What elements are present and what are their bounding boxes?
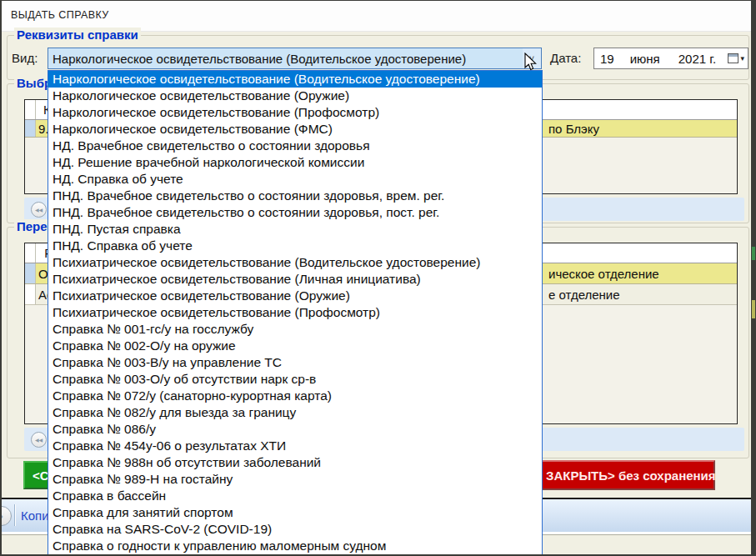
row-selector — [25, 284, 36, 304]
date-day[interactable]: 19 — [600, 52, 614, 66]
date-label: Дата: — [550, 51, 581, 65]
kind-dropdown-list[interactable]: Наркологическое освидетельствование (Вод… — [48, 70, 543, 555]
date-year[interactable]: 2021 г. — [678, 52, 716, 66]
background-app-speck — [752, 300, 755, 318]
dropdown-item[interactable]: НД. Врачебное свидетельство о состоянии … — [48, 138, 542, 154]
staff-group-label: Пере — [14, 219, 50, 233]
issue-certificate-dialog: { "window": { "title": "ВЫДАТЬ СПРАВКУ" … — [0, 0, 756, 556]
kind-combobox-value: Наркологическое освидетельствование (Вод… — [48, 52, 523, 66]
background-app-speck — [752, 247, 755, 260]
row-selector-header — [25, 100, 36, 119]
kind-label: Вид: — [12, 51, 38, 65]
expand-button[interactable]: › — [0, 506, 12, 526]
kind-combobox[interactable]: Наркологическое освидетельствование (Вод… — [48, 48, 542, 69]
dropdown-item[interactable]: Справка о годности к управлению маломерн… — [48, 538, 542, 554]
dropdown-item[interactable]: НД. Решение врачебной наркологической ко… — [48, 154, 542, 171]
date-month[interactable]: июня — [630, 52, 660, 66]
dropdown-item[interactable]: Психиатрическое освидетельствование (Ору… — [48, 288, 542, 304]
first-record-button[interactable]: ◀◀ — [31, 202, 47, 218]
window-border-left — [0, 0, 2, 556]
dropdown-item[interactable]: Наркологическое освидетельствование (Про… — [48, 104, 542, 121]
dropdown-item[interactable]: Справка № 072/у (санаторно-курортная кар… — [48, 388, 542, 404]
row-selector — [25, 120, 36, 137]
copy-link[interactable]: Копи — [21, 499, 49, 532]
dropdown-item[interactable]: Справка № 001-гс/у на госслужбу — [48, 321, 542, 338]
staff-dept-cell: ическое отделение — [548, 263, 659, 283]
dropdown-item[interactable]: Справка в бассейн — [48, 488, 542, 504]
window-border-top — [0, 0, 756, 1]
first-record-icon: ◀◀ — [35, 437, 43, 443]
dropdown-item[interactable]: Справка для занятий спортом — [48, 504, 542, 521]
dropdown-item[interactable]: Справка № 454у-06 о результатах ХТИ — [48, 438, 542, 454]
row-selector — [25, 263, 36, 283]
dropdown-item[interactable]: ПНД. Врачебное свидетельство о состоянии… — [48, 188, 542, 204]
dropdown-item[interactable]: Наркологическое освидетельствование (Ору… — [48, 88, 542, 104]
dropdown-item[interactable]: Справка № 003-В/у на управление ТС — [48, 354, 542, 371]
service-name-cell: по Блэку — [548, 120, 599, 137]
row-selector-header — [25, 243, 36, 263]
dropdown-item[interactable]: ПНД. Справка об учете — [48, 238, 542, 254]
dropdown-item[interactable]: НД. Справка об учете — [48, 171, 542, 188]
calendar-dropdown-button[interactable]: ▾ — [728, 53, 744, 63]
dropdown-item[interactable]: Справка № 988н об отсутствии заболеваний — [48, 454, 542, 471]
date-picker[interactable]: 19 июня 2021 г. ▾ — [593, 48, 748, 69]
calendar-icon — [728, 53, 738, 63]
dropdown-item[interactable]: Наркологическое освидетельствование (Вод… — [48, 71, 542, 88]
window-title: ВЫДАТЬ СПРАВКУ — [11, 9, 109, 21]
dropdown-item[interactable]: Справка № 086/у — [48, 421, 542, 438]
dropdown-item[interactable]: ПНД. Врачебное свидетельство о состоянии… — [48, 204, 542, 221]
first-record-icon: ◀◀ — [35, 207, 43, 213]
toolbar-separator — [14, 504, 15, 526]
close-without-saving-button[interactable]: ЗАКРЫТЬ> без сохранения — [533, 460, 715, 490]
dropdown-item[interactable]: Психиатрическое освидетельствование (Про… — [48, 304, 542, 321]
mouse-cursor-icon — [521, 53, 539, 73]
dropdown-item[interactable]: Справка № 989-Н на гостайну — [48, 471, 542, 488]
dropdown-item[interactable]: Справка № 002-О/у на оружие — [48, 338, 542, 354]
requisites-group-label: Реквизиты справки — [14, 28, 141, 42]
window-border-right — [751, 0, 756, 556]
dropdown-item[interactable]: Справка № 082/у для выезда за границу — [48, 404, 542, 421]
dropdown-item[interactable]: Наркологическое освидетельствование (ФМС… — [48, 121, 542, 138]
dropdown-item[interactable]: Психиатрическое освидетельствование (Лич… — [48, 271, 542, 288]
dropdown-item[interactable]: Справка на SARS-CoV-2 (COVID-19) — [48, 521, 542, 538]
dropdown-item[interactable]: ПНД. Пустая справка — [48, 221, 542, 238]
staff-dept-cell: е отделение — [548, 284, 620, 304]
first-record-button[interactable]: ◀◀ — [31, 432, 47, 448]
calendar-arrow-icon: ▾ — [740, 55, 744, 63]
dropdown-item[interactable]: Справка № 003-О/у об отсутствии нарк ср-… — [48, 371, 542, 388]
dropdown-item[interactable]: Психиатрическое освидетельствование (Вод… — [48, 254, 542, 271]
